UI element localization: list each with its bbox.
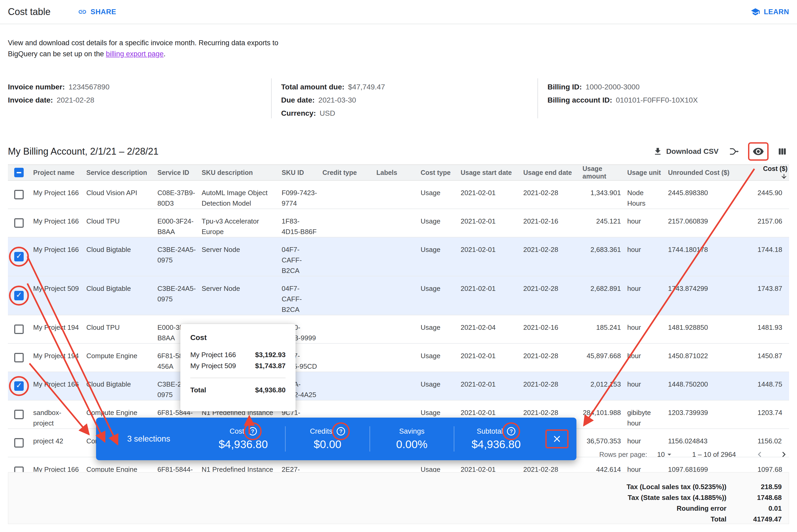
invoice-field: Billing account ID:010101-F0FFF0-10X10X bbox=[547, 94, 789, 107]
cell-credit-type bbox=[322, 276, 376, 315]
sankey-chart-button[interactable] bbox=[727, 145, 741, 158]
selection-count: 3 selections bbox=[96, 434, 201, 444]
close-selection-button[interactable] bbox=[545, 430, 568, 449]
row-checkbox[interactable] bbox=[14, 190, 24, 200]
column-header-sku-id[interactable]: SKU ID bbox=[282, 165, 322, 180]
column-header-service-id[interactable]: Service ID bbox=[158, 165, 202, 180]
share-button[interactable]: SHARE bbox=[78, 7, 116, 16]
totals-row: Tax (Local sales tax (0.5235%))218.59 bbox=[8, 481, 782, 492]
column-header-usage-amount[interactable]: Usage amount bbox=[582, 165, 627, 180]
select-all-checkbox[interactable] bbox=[14, 168, 24, 177]
eye-button[interactable] bbox=[748, 142, 768, 161]
invoice-column-1: Invoice number:1234567890 Invoice date:2… bbox=[8, 78, 271, 118]
row-checkbox[interactable] bbox=[14, 438, 24, 448]
row-checkbox[interactable] bbox=[14, 324, 24, 334]
totals-label: Tax (Local sales tax (0.5235%)) bbox=[627, 481, 726, 492]
cell-usage-amount: 45,897.668 bbox=[582, 343, 627, 372]
download-csv-button[interactable]: Download CSV bbox=[651, 145, 720, 158]
tooltip-value: $3,192.93 bbox=[255, 349, 286, 360]
metric-label: Subtotal bbox=[477, 428, 503, 436]
billing-export-link[interactable]: billing export page bbox=[106, 50, 163, 58]
cell-labels bbox=[376, 372, 421, 400]
cell-usage-end-date: 2021-02-16 bbox=[523, 209, 582, 237]
column-header-usage-start-date[interactable]: Usage start date bbox=[460, 165, 523, 180]
cell-service-description: Cloud Vision API bbox=[86, 180, 158, 209]
invoice-field: Billing ID:1000-2000-3000 bbox=[547, 80, 789, 94]
table-section-header: My Billing Account, 2/1/21 – 2/28/21 Dow… bbox=[8, 142, 789, 161]
row-checkbox[interactable] bbox=[14, 353, 24, 362]
invoice-column-3: Billing ID:1000-2000-3000 Billing accoun… bbox=[538, 78, 789, 118]
row-checkbox[interactable] bbox=[14, 252, 24, 261]
rows-per-page-select[interactable]: 10 bbox=[657, 450, 674, 459]
field-value: 1000-2000-3000 bbox=[586, 83, 640, 91]
row-checkbox[interactable] bbox=[14, 291, 24, 300]
cell-project-name: My Project 194 bbox=[33, 343, 86, 372]
cell-usage-unit: hour bbox=[627, 209, 668, 237]
cell-sku-id: 04F7-CAFF-B2CA bbox=[282, 237, 322, 276]
cell-labels bbox=[376, 315, 421, 343]
column-header-unrounded-cost[interactable]: Unrounded Cost ($) bbox=[668, 165, 758, 180]
invoice-column-2: Total amount due:$47,749.47 Due date:202… bbox=[271, 78, 538, 118]
column-header-cost[interactable]: Cost ($) bbox=[758, 165, 789, 180]
cell-usage-end-date: 2021-02-28 bbox=[523, 180, 582, 209]
cell-service-description: Cloud Bigtable bbox=[86, 237, 158, 276]
row-checkbox[interactable] bbox=[14, 218, 24, 228]
column-header-service-description[interactable]: Service description bbox=[86, 165, 158, 180]
columns-button[interactable] bbox=[775, 145, 789, 158]
cell-usage-unit: hour bbox=[627, 237, 668, 276]
field-value: $47,749.47 bbox=[348, 83, 385, 91]
help-icon[interactable]: ? bbox=[249, 427, 257, 436]
metric-value: 0.00% bbox=[396, 438, 428, 451]
cell-usage-start-date: 2021-02-01 bbox=[460, 343, 523, 372]
cell-usage-unit: hour bbox=[627, 372, 668, 400]
previous-page-button[interactable] bbox=[754, 449, 765, 460]
cell-credit-type bbox=[322, 209, 376, 237]
cell-labels bbox=[376, 343, 421, 372]
column-header-project-name[interactable]: Project name bbox=[33, 165, 86, 180]
select-all-header bbox=[8, 165, 33, 180]
cell-usage-end-date: 2021-02-28 bbox=[523, 237, 582, 276]
totals-label: Tax (State sales tax (4.1885%)) bbox=[628, 492, 726, 503]
table-toolbar: Download CSV bbox=[651, 142, 789, 161]
dropdown-arrow-icon bbox=[665, 450, 674, 459]
column-header-usage-unit[interactable]: Usage unit bbox=[627, 165, 668, 180]
table-row: My Project 166 Cloud TPU E000-3F24-B8AA … bbox=[8, 209, 789, 237]
help-icon[interactable]: ? bbox=[507, 427, 515, 436]
tooltip-row: My Project 509$1,743.87 bbox=[190, 360, 286, 371]
cell-usage-start-date: 2021-02-01 bbox=[460, 180, 523, 209]
row-checkbox[interactable] bbox=[14, 381, 24, 391]
column-header-credit-type[interactable]: Credit type bbox=[322, 165, 376, 180]
field-label: Billing ID: bbox=[547, 83, 582, 91]
cell-usage-start-date: 2021-02-04 bbox=[460, 315, 523, 343]
column-header-cost-type[interactable]: Cost type bbox=[421, 165, 460, 180]
table-row: My Project 194 Compute Engine 6F81-5844-… bbox=[8, 343, 789, 372]
cell-usage-amount: 245.121 bbox=[582, 209, 627, 237]
learn-button[interactable]: LEARN bbox=[751, 7, 789, 17]
tooltip-total-row: Total$4,936.80 bbox=[190, 384, 286, 396]
tooltip-title: Cost bbox=[190, 334, 286, 342]
cell-service-id: C08E-37B9-80D3 bbox=[158, 180, 202, 209]
row-checkbox[interactable] bbox=[14, 410, 24, 419]
billing-account-title: My Billing Account, 2/1/21 – 2/28/21 bbox=[8, 146, 159, 157]
metric-label: Cost bbox=[230, 428, 244, 436]
next-page-button[interactable] bbox=[779, 449, 789, 460]
metric-label: Savings bbox=[399, 428, 424, 436]
cell-labels bbox=[376, 237, 421, 276]
cell-labels bbox=[376, 209, 421, 237]
cell-service-id: C3BE-24A5-0975 bbox=[158, 276, 202, 315]
help-icon[interactable]: ? bbox=[337, 427, 345, 436]
cell-unrounded-cost: 1744.180178 bbox=[668, 237, 758, 276]
table-row: My Project 166 Cloud Bigtable C3BE-24A5-… bbox=[8, 372, 789, 400]
column-header-sku-description[interactable]: SKU description bbox=[202, 165, 282, 180]
field-value: 1234567890 bbox=[69, 83, 109, 91]
totals-row: Tax (State sales tax (4.1885%))1748.68 bbox=[8, 492, 782, 503]
cell-project-name: sandbox-project bbox=[33, 400, 86, 429]
column-header-labels[interactable]: Labels bbox=[376, 165, 421, 180]
cell-unrounded-cost: 1481.928850 bbox=[668, 315, 758, 343]
cell-service-description: Cloud Bigtable bbox=[86, 372, 158, 400]
cell-credit-type bbox=[322, 315, 376, 343]
cell-unrounded-cost: 1743.874299 bbox=[668, 276, 758, 315]
cell-usage-end-date: 2021-02-28 bbox=[523, 343, 582, 372]
column-header-usage-end-date[interactable]: Usage end date bbox=[523, 165, 582, 180]
cell-usage-start-date: 2021-02-01 bbox=[460, 276, 523, 315]
